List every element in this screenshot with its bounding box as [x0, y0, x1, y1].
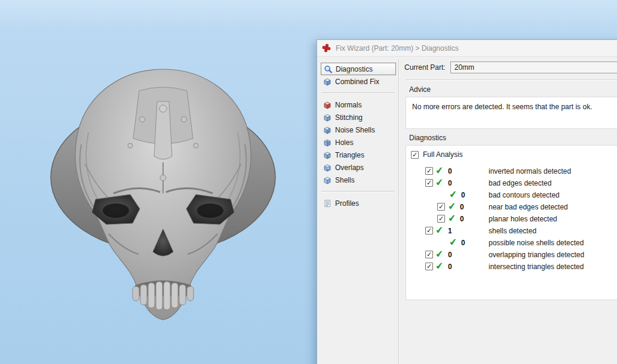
- sidebar-item-label: Shells: [335, 176, 355, 184]
- shells-cube-icon: [323, 176, 331, 184]
- row-near-bad-edges: ✓ ✔ 0 near bad edges detected: [411, 201, 617, 213]
- triangles-cube-icon: [323, 151, 331, 159]
- magnifier-icon: [324, 65, 332, 73]
- status-ok-icon: ✔: [435, 164, 444, 177]
- row-checkbox[interactable]: ✓: [425, 251, 433, 258]
- check-glyph: ✓: [438, 215, 444, 222]
- sidebar-item-profiles[interactable]: Profiles: [321, 197, 396, 209]
- row-label: intersecting triangles detected: [489, 263, 584, 271]
- status-ok-icon: ✔: [447, 212, 456, 224]
- diagnostics-rows: ✓ ✔ 0 inverted normals detected ✓ ✔ 0 ba…: [411, 165, 617, 273]
- sidebar-item-combined-fix[interactable]: Combined Fix: [321, 75, 396, 88]
- sidebar-item-overlaps[interactable]: Overlaps: [321, 161, 396, 174]
- check-glyph: ✓: [438, 203, 444, 210]
- sidebar-separator: [322, 92, 395, 94]
- row-checkbox[interactable]: ✓: [437, 215, 445, 223]
- row-checkbox[interactable]: ✓: [437, 203, 445, 211]
- row-count: 0: [448, 179, 452, 187]
- sidebar-item-label: Normals: [335, 101, 362, 109]
- row-bad-edges: ✓ ✔ 0 bad edges detected: [411, 177, 617, 189]
- skull-ring-model: [49, 67, 277, 331]
- sidebar-item-diagnostics[interactable]: Diagnostics: [321, 63, 396, 75]
- sidebar-item-label: Stitching: [335, 113, 363, 122]
- sidebar-item-label: Noise Shells: [335, 126, 375, 134]
- row-label: possible noise shells detected: [489, 239, 584, 247]
- row-checkbox[interactable]: ✓: [425, 179, 433, 187]
- row-count: 0: [448, 167, 452, 175]
- sidebar-item-shells[interactable]: Shells: [321, 174, 396, 186]
- row-label: overlapping triangles detected: [489, 251, 584, 259]
- advice-panel: No more errors are detected. It seems th…: [406, 97, 617, 129]
- sidebar: Diagnostics Combined Fix Normals: [321, 63, 396, 209]
- current-part-row: Current Part: 20mm: [404, 61, 617, 73]
- cube-icon: [323, 78, 331, 86]
- stitching-cube-icon: [323, 113, 331, 122]
- check-glyph: ✓: [426, 180, 432, 186]
- row-shells: ✓ ✔ 1 shells detected: [411, 225, 617, 237]
- status-ok-icon: ✔: [435, 176, 444, 189]
- row-count: 0: [460, 215, 464, 223]
- current-part-input[interactable]: 20mm: [450, 61, 617, 73]
- check-glyph: ✓: [426, 227, 432, 234]
- sidebar-item-label: Overlaps: [335, 164, 364, 172]
- current-part-label: Current Part:: [404, 63, 446, 72]
- fix-wizard-red-cross-icon: [322, 44, 331, 53]
- row-bad-contours: ✔ 0 bad contours detected: [411, 189, 617, 201]
- dialog-body: Diagnostics Combined Fix Normals: [317, 57, 617, 364]
- row-checkbox[interactable]: ✓: [425, 263, 433, 270]
- row-checkbox[interactable]: ✓: [425, 227, 433, 235]
- full-analysis-row: ✓ Full Analysis: [411, 149, 617, 160]
- row-inverted-normals: ✓ ✔ 0 inverted normals detected: [411, 165, 617, 177]
- row-label: bad edges detected: [489, 179, 551, 187]
- noise-shells-cube-icon: [323, 126, 331, 134]
- sidebar-item-noise-shells[interactable]: Noise Shells: [321, 124, 396, 136]
- section-divider: [406, 79, 617, 81]
- row-label: shells detected: [489, 227, 536, 235]
- diagnostics-group-label: Diagnostics: [409, 134, 617, 142]
- row-intersecting-triangles: ✓ ✔ 0 intersecting triangles detected: [411, 261, 617, 273]
- check-glyph: ✓: [426, 263, 432, 270]
- row-checkbox[interactable]: ✓: [425, 167, 433, 175]
- current-part-value: 20mm: [455, 63, 474, 72]
- row-count: 0: [461, 239, 465, 247]
- status-ok-icon: ✔: [435, 248, 444, 260]
- sidebar-separator: [322, 191, 395, 192]
- dialog-title: Fix Wizard (Part: 20mm) > Diagnostics: [336, 44, 459, 53]
- sidebar-item-normals[interactable]: Normals: [321, 98, 396, 111]
- check-glyph: ✓: [426, 251, 432, 258]
- row-overlapping-triangles: ✓ ✔ 0 overlapping triangles detected: [411, 249, 617, 261]
- sidebar-item-label: Diagnostics: [336, 65, 373, 73]
- row-possible-noise-shells: ✔ 0 possible noise shells detected: [411, 237, 617, 249]
- full-analysis-checkbox[interactable]: ✓: [411, 151, 419, 159]
- fix-wizard-dialog: Fix Wizard (Part: 20mm) > Diagnostics Di…: [317, 39, 617, 364]
- advice-group-label: Advice: [409, 85, 617, 94]
- sidebar-item-label: Holes: [335, 138, 354, 147]
- row-count: 0: [448, 251, 452, 259]
- sidebar-item-label: Triangles: [335, 151, 364, 159]
- row-planar-holes: ✓ ✔ 0 planar holes detected: [411, 213, 617, 225]
- sidebar-divider: [398, 59, 400, 364]
- full-analysis-label: Full Analysis: [423, 150, 463, 159]
- row-label: near bad edges detected: [489, 203, 568, 211]
- status-ok-icon: ✔: [447, 200, 456, 212]
- advice-text: No more errors are detected. It seems th…: [412, 103, 592, 111]
- row-label: inverted normals detected: [489, 167, 571, 175]
- status-ok-icon: ✔: [435, 260, 444, 272]
- status-ok-icon: ✔: [435, 224, 444, 236]
- sidebar-item-holes[interactable]: Holes: [321, 136, 396, 149]
- diagnostics-pane: Current Part: 20mm Advice No more errors…: [401, 57, 617, 364]
- row-label: planar holes detected: [489, 215, 557, 223]
- check-glyph: ✓: [426, 168, 432, 174]
- holes-cube-icon: [323, 138, 331, 147]
- sidebar-item-triangles[interactable]: Triangles: [321, 149, 396, 161]
- document-icon: [323, 199, 331, 208]
- sidebar-item-stitching[interactable]: Stitching: [321, 111, 396, 124]
- check-glyph: ✓: [412, 152, 418, 158]
- status-ok-icon: ✔: [449, 236, 458, 248]
- status-ok-icon: ✔: [449, 188, 458, 200]
- row-label: bad contours detected: [489, 191, 560, 199]
- diagnostics-panel: ✓ Full Analysis ✓ ✔ 0 inverted normals d…: [406, 145, 617, 300]
- sidebar-item-label: Combined Fix: [335, 78, 379, 86]
- row-count: 0: [461, 191, 465, 199]
- dialog-titlebar[interactable]: Fix Wizard (Part: 20mm) > Diagnostics: [317, 40, 617, 57]
